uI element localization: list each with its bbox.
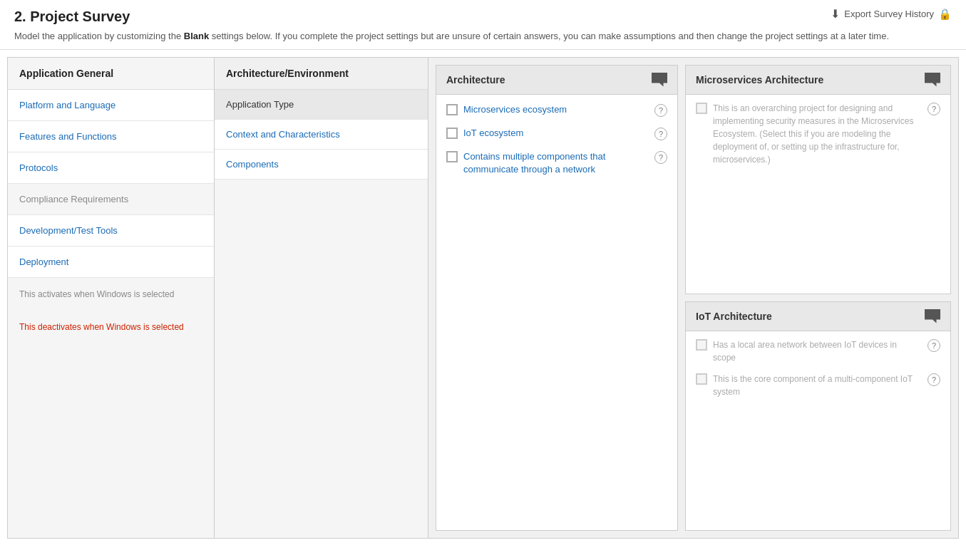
sidebar-item-platform-language[interactable]: Platform and Language — [8, 90, 214, 121]
iot-lan-label: Has a local area network between IoT dev… — [713, 338, 922, 364]
page-header: 2. Project Survey Model the application … — [0, 0, 966, 50]
iot-label[interactable]: IoT ecosystem — [463, 127, 649, 140]
architecture-item-multicomponent: Contains multiple components that commun… — [446, 150, 667, 176]
sidebar-note-deactivates: This deactivates when Windows is selecte… — [8, 311, 214, 343]
microservices-help-icon[interactable]: ? — [654, 104, 667, 117]
microservices-detail-checkbox[interactable] — [696, 103, 707, 114]
iot-help-icon[interactable]: ? — [654, 128, 667, 140]
download-icon: ⬇ — [831, 7, 840, 21]
comment-icon-iot — [925, 309, 940, 323]
microservices-detail-text: This is an overarching project for desig… — [713, 102, 922, 166]
sidebar-item-compliance[interactable]: Compliance Requirements — [8, 184, 214, 215]
multicomponent-checkbox[interactable] — [446, 151, 458, 162]
microservices-checkbox[interactable] — [446, 104, 458, 115]
iot-detail-item-core: This is the core component of a multi-co… — [696, 373, 940, 398]
sidebar-item-application-type[interactable]: Application Type — [215, 90, 428, 120]
detail-panels-column: Microservices Architecture This is an ov… — [685, 65, 951, 531]
sidebar-architecture-environment: Architecture/Environment Application Typ… — [215, 58, 428, 538]
microservices-architecture-header: Microservices Architecture — [686, 66, 950, 95]
architecture-item-iot: IoT ecosystem ? — [446, 127, 667, 140]
sidebar-item-context-characteristics[interactable]: Context and Characteristics — [215, 120, 428, 150]
iot-lan-checkbox[interactable] — [696, 339, 707, 351]
iot-core-label: This is the core component of a multi-co… — [713, 373, 922, 398]
lock-icon: 🔒 — [938, 8, 952, 21]
sidebar-application-general: Application General Platform and Languag… — [8, 58, 215, 538]
content-area: Architecture Microservices ecosystem ? I… — [428, 58, 958, 538]
multicomponent-label[interactable]: Contains multiple components that commun… — [463, 150, 649, 176]
comment-icon — [652, 73, 667, 87]
export-survey-button[interactable]: ⬇ Export Survey History 🔒 — [831, 7, 952, 21]
microservices-detail-help-icon[interactable]: ? — [928, 103, 940, 115]
microservices-architecture-body: This is an overarching project for desig… — [686, 95, 950, 173]
sidebar-middle-header: Architecture/Environment — [215, 58, 428, 90]
sidebar-item-protocols[interactable]: Protocols — [8, 152, 214, 184]
architecture-panel-body: Microservices ecosystem ? IoT ecosystem … — [436, 95, 677, 185]
iot-checkbox[interactable] — [446, 128, 458, 139]
iot-detail-item-lan: Has a local area network between IoT dev… — [696, 338, 940, 364]
architecture-panel-header: Architecture — [436, 66, 677, 95]
sidebar-item-features-functions[interactable]: Features and Functions — [8, 121, 214, 152]
iot-architecture-panel: IoT Architecture Has a local area networ… — [685, 301, 951, 531]
architecture-item-microservices: Microservices ecosystem ? — [446, 103, 667, 117]
architecture-panel: Architecture Microservices ecosystem ? I… — [436, 65, 678, 531]
sidebar-item-dev-tools[interactable]: Development/Test Tools — [8, 215, 214, 247]
sidebar-item-deployment[interactable]: Deployment — [8, 247, 214, 278]
microservices-detail-item: This is an overarching project for desig… — [696, 102, 940, 166]
sidebar-item-components[interactable]: Components — [215, 150, 428, 180]
sidebar-note-activates: This activates when Windows is selected — [8, 278, 214, 311]
iot-core-checkbox[interactable] — [696, 373, 707, 385]
iot-architecture-header: IoT Architecture — [686, 302, 950, 331]
multicomponent-help-icon[interactable]: ? — [654, 151, 667, 164]
microservices-label[interactable]: Microservices ecosystem — [463, 103, 649, 116]
iot-architecture-body: Has a local area network between IoT dev… — [686, 331, 950, 405]
comment-icon-microservices — [925, 73, 940, 87]
sidebar-left-header: Application General — [8, 58, 214, 90]
page-description: Model the application by customizing the… — [14, 29, 952, 43]
main-layout: Application General Platform and Languag… — [7, 57, 959, 539]
microservices-architecture-panel: Microservices Architecture This is an ov… — [685, 65, 951, 294]
iot-core-help-icon[interactable]: ? — [928, 373, 940, 386]
iot-lan-help-icon[interactable]: ? — [928, 339, 940, 352]
page-title: 2. Project Survey — [14, 9, 952, 25]
